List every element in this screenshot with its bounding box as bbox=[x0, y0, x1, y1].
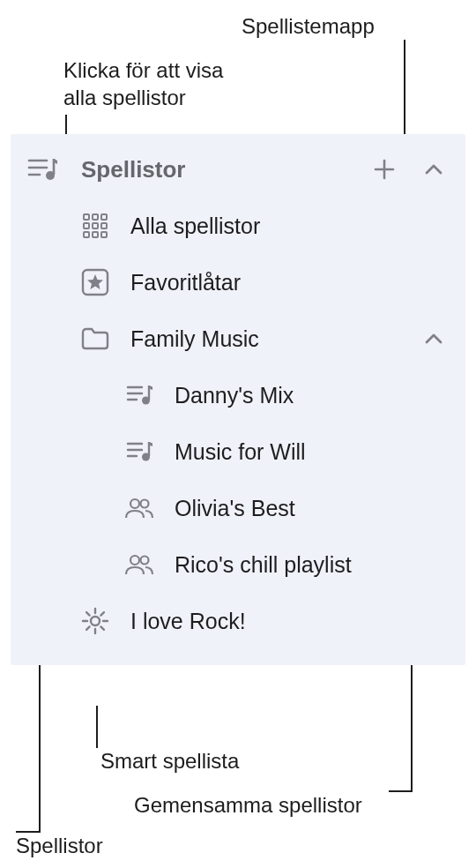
gear-icon bbox=[79, 605, 111, 637]
svg-point-25 bbox=[141, 500, 149, 508]
sidebar-item-shared-olivias-best[interactable]: Olivia's Best bbox=[11, 480, 465, 536]
svg-rect-7 bbox=[93, 214, 98, 220]
sidebar-header[interactable]: Spellistor bbox=[11, 150, 465, 198]
playlist-icon bbox=[26, 153, 58, 185]
people-icon bbox=[123, 549, 155, 580]
svg-point-3 bbox=[46, 171, 55, 180]
collapse-sidebar-button[interactable] bbox=[418, 153, 450, 185]
sidebar-item-label: Rico's chill playlist bbox=[175, 552, 352, 578]
people-icon bbox=[123, 492, 155, 524]
grid-icon bbox=[79, 210, 111, 242]
svg-rect-10 bbox=[93, 223, 98, 228]
playlist-icon bbox=[123, 379, 155, 411]
callout-folder: Spellistemapp bbox=[242, 12, 375, 40]
sidebar-item-smart-playlist[interactable]: I love Rock! bbox=[11, 593, 465, 649]
sidebar-item-shared-ricos-chill[interactable]: Rico's chill playlist bbox=[11, 536, 465, 593]
sidebar-item-label: I love Rock! bbox=[130, 609, 246, 634]
svg-rect-11 bbox=[101, 223, 107, 228]
svg-line-34 bbox=[100, 626, 104, 630]
sidebar-item-label: Alla spellistor bbox=[130, 213, 260, 239]
callout-all-line2: alla spellistor bbox=[63, 86, 186, 109]
svg-point-24 bbox=[130, 499, 139, 508]
callout-all-line1: Klicka för att visa bbox=[63, 58, 223, 82]
svg-rect-13 bbox=[93, 232, 98, 237]
sidebar-item-label: Danny's Mix bbox=[175, 383, 294, 408]
callout-smart: Smart spellista bbox=[100, 747, 239, 774]
collapse-folder-button[interactable] bbox=[418, 323, 450, 355]
svg-point-26 bbox=[130, 556, 139, 565]
sidebar-header-title: Spellistor bbox=[81, 156, 351, 183]
svg-rect-6 bbox=[84, 214, 89, 220]
svg-rect-8 bbox=[101, 214, 107, 220]
callout-shared: Gemensamma spellistor bbox=[134, 791, 362, 819]
svg-line-33 bbox=[86, 612, 90, 616]
svg-rect-14 bbox=[101, 232, 107, 237]
svg-line-35 bbox=[86, 626, 90, 630]
sidebar-item-favorites[interactable]: Favoritlåtar bbox=[11, 254, 465, 311]
sidebar-item-folder[interactable]: Family Music bbox=[11, 311, 465, 367]
sidebar-item-playlist-music-for-will[interactable]: Music for Will bbox=[11, 423, 465, 480]
svg-point-28 bbox=[91, 617, 100, 625]
svg-rect-12 bbox=[84, 232, 89, 237]
star-box-icon bbox=[79, 266, 111, 298]
callout-playlists: Spellistor bbox=[16, 832, 103, 859]
sidebar-item-label: Music for Will bbox=[175, 439, 306, 465]
sidebar-item-label: Family Music bbox=[130, 326, 259, 352]
playlist-icon bbox=[123, 436, 155, 468]
callout-all-playlists: Klicka för att visa alla spellistor bbox=[63, 56, 223, 111]
sidebar-item-all-playlists[interactable]: Alla spellistor bbox=[11, 198, 465, 254]
sidebar-item-label: Favoritlåtar bbox=[130, 270, 241, 296]
sidebar-item-label: Olivia's Best bbox=[175, 496, 295, 521]
svg-point-27 bbox=[141, 557, 149, 565]
add-playlist-button[interactable] bbox=[368, 153, 400, 185]
svg-line-36 bbox=[100, 612, 104, 616]
svg-point-23 bbox=[142, 453, 150, 461]
playlists-sidebar: Spellistor bbox=[11, 134, 465, 665]
sidebar-item-playlist-dannys-mix[interactable]: Danny's Mix bbox=[11, 367, 465, 423]
svg-rect-9 bbox=[84, 223, 89, 228]
folder-icon bbox=[79, 323, 111, 355]
svg-point-19 bbox=[142, 397, 150, 405]
